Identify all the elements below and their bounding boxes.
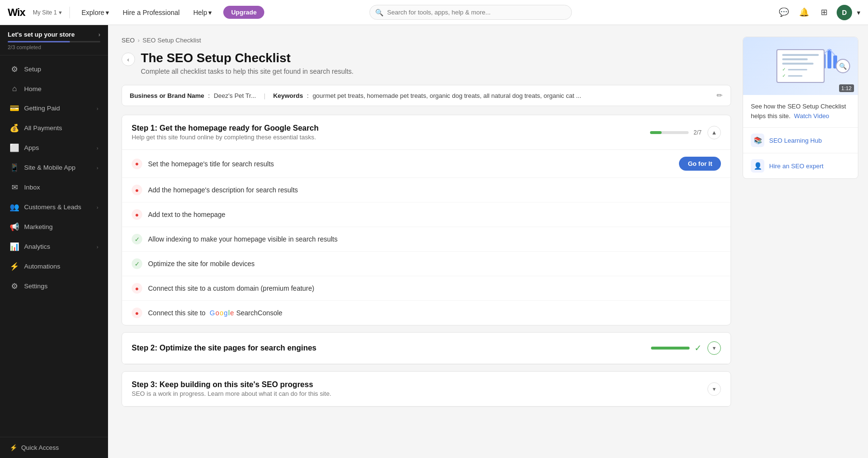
step-3-toggle-button[interactable]: ▾	[707, 382, 721, 396]
sidebar-item-setup[interactable]: ⚙ Setup	[0, 59, 108, 79]
hire-seo-expert-link[interactable]: 👤 Hire an SEO expert	[743, 153, 858, 178]
svg-rect-2	[827, 49, 831, 68]
step-1-header[interactable]: Step 1: Get the homepage ready for Googl…	[122, 115, 731, 150]
sidebar-item-inbox[interactable]: ✉ Inbox	[0, 177, 108, 197]
watch-video-link[interactable]: Watch Video	[794, 112, 829, 120]
sidebar-item-marketing[interactable]: 📢 Marketing	[0, 217, 108, 237]
notifications-icon-button[interactable]: 🔔	[796, 5, 812, 20]
explore-link[interactable]: Explore	[78, 7, 113, 18]
sidebar-item-customers-leads[interactable]: 👥 Customers & Leads	[0, 197, 108, 217]
sidebar-item-analytics[interactable]: 📊 Analytics	[0, 237, 108, 256]
breadcrumb-seo-link[interactable]: SEO	[122, 37, 135, 44]
step-1-progress-bar	[650, 131, 689, 134]
step-1-progress-fill	[650, 131, 661, 134]
step-2-progress-area: ✓	[651, 343, 702, 353]
help-chevron	[208, 9, 212, 16]
task-item: ● Connect this site to a custom domain (…	[122, 276, 731, 301]
seo-learning-hub-icon: 📚	[751, 134, 764, 147]
setup-progress-bar	[8, 41, 100, 42]
customers-leads-chevron	[96, 204, 98, 210]
step-2-progress-bar	[651, 347, 690, 350]
video-screen: ✓ ✓	[776, 49, 825, 83]
sidebar-item-label: Inbox	[24, 184, 98, 191]
upgrade-button[interactable]: Upgrade	[223, 6, 264, 19]
step-3-text: Step 3: Keep building on this site's SEO…	[132, 380, 707, 397]
sidebar-item-label: Apps	[24, 144, 92, 151]
keywords-value: gourmet pet treats, homemade pet treats,…	[312, 92, 581, 99]
step-3-title: Step 3: Keep building on this site's SEO…	[132, 380, 707, 389]
task-label: Allow indexing to make your homepage vis…	[148, 235, 721, 243]
grid-icon-button[interactable]: ⊞	[816, 5, 832, 20]
screen-checks: ✓ ✓	[782, 67, 819, 78]
keywords-label: Keywords	[273, 92, 303, 99]
topnav-icons: 💬 🔔 ⊞ D	[776, 5, 860, 20]
step-2-title: Step 2: Optimize the site pages for sear…	[132, 344, 651, 352]
step-1-toggle-button[interactable]: ▲	[707, 126, 721, 139]
customers-leads-icon: 👥	[10, 202, 19, 212]
nav-divider	[69, 7, 70, 18]
sidebar-item-all-payments[interactable]: 💰 All Payments	[0, 118, 108, 138]
user-avatar[interactable]: D	[837, 5, 852, 20]
setup-subtitle: 2/3 completed	[8, 44, 100, 50]
sidebar-item-label: Home	[24, 85, 98, 93]
screen-line	[782, 63, 814, 65]
explore-chevron	[106, 9, 109, 16]
go-for-it-button[interactable]: Go for It	[679, 157, 721, 171]
sidebar: Let's set up your store › 2/3 completed …	[0, 25, 108, 458]
avatar-dropdown-chevron	[857, 9, 860, 16]
seo-learning-hub-link[interactable]: 📚 SEO Learning Hub	[743, 127, 858, 153]
back-button[interactable]: ‹	[122, 53, 135, 66]
search-icon: 🔍	[375, 9, 383, 16]
video-duration: 1:12	[839, 84, 854, 92]
site-selector[interactable]: My Site 1 ▾	[33, 9, 62, 16]
step-2-progress-fill	[651, 347, 690, 350]
sidebar-item-site-mobile-app[interactable]: 📱 Site & Mobile App	[0, 158, 108, 177]
getting-paid-chevron	[96, 106, 98, 111]
search-overlay-icon: 🔍	[836, 59, 850, 73]
analytics-icon: 📊	[10, 242, 19, 251]
step-1-subtitle: Help get this site found online by compl…	[132, 134, 650, 141]
step-2-header[interactable]: Step 2: Optimize the site pages for sear…	[122, 333, 731, 364]
help-link[interactable]: Help	[190, 7, 216, 18]
task-label: Connect this site to a custom domain (pr…	[148, 284, 721, 292]
edit-keywords-button[interactable]: ✏	[717, 91, 723, 100]
sidebar-item-label: Analytics	[24, 243, 92, 250]
video-thumbnail[interactable]: ✓ ✓ 🔍	[743, 37, 858, 95]
task-item: ● Add text to the homepage	[122, 202, 731, 227]
hire-professional-link[interactable]: Hire a Professional	[119, 7, 183, 18]
breadcrumb: SEO › SEO Setup Checklist	[122, 37, 731, 44]
task-item: ● Add the homepage's description for sea…	[122, 178, 731, 202]
sidebar-item-settings[interactable]: ⚙ Settings	[0, 276, 108, 296]
global-search: 🔍	[369, 5, 572, 20]
all-payments-icon: 💰	[10, 123, 19, 133]
setup-progress-fill	[8, 41, 70, 42]
step-2-card: Step 2: Optimize the site pages for sear…	[122, 332, 731, 364]
setup-banner[interactable]: Let's set up your store › 2/3 completed	[0, 25, 108, 55]
step-2-toggle-button[interactable]: ▾	[707, 341, 721, 355]
messages-icon-button[interactable]: 💬	[776, 5, 791, 20]
task-item: ● Set the homepage's title for search re…	[122, 150, 731, 178]
step-3-header[interactable]: Step 3: Keep building on this site's SEO…	[122, 372, 731, 406]
right-panel-content: See how the SEO Setup Checklist helps th…	[743, 95, 858, 127]
automations-icon: ⚡	[10, 262, 19, 271]
site-dropdown-arrow: ▾	[59, 9, 62, 16]
page-title: The SEO Setup Checklist	[141, 51, 353, 66]
step-1-progress-text: 2/7	[693, 129, 702, 136]
setup-title: Let's set up your store ›	[8, 31, 100, 38]
screen-line	[782, 58, 808, 60]
apps-chevron	[96, 145, 98, 151]
sidebar-item-home[interactable]: ⌂ Home	[0, 79, 108, 98]
step-2-complete-icon: ✓	[694, 343, 702, 353]
step-2-text: Step 2: Optimize the site pages for sear…	[132, 344, 651, 352]
sidebar-item-apps[interactable]: ⬜ Apps	[0, 138, 108, 158]
sidebar-item-automations[interactable]: ⚡ Automations	[0, 256, 108, 276]
video-illustration: ✓ ✓ 🔍	[755, 43, 846, 89]
sidebar-item-getting-paid[interactable]: 💳 Getting Paid	[0, 98, 108, 118]
right-sidebar: ✓ ✓ 🔍	[743, 25, 868, 458]
search-input[interactable]	[369, 5, 572, 20]
task-item: ✓ Optimize the site for mobile devices	[122, 252, 731, 276]
task-error-icon: ●	[132, 283, 142, 294]
step-1-task-list: ● Set the homepage's title for search re…	[122, 150, 731, 325]
quick-access-button[interactable]: ⚡ Quick Access	[0, 437, 108, 458]
apps-icon: ⬜	[10, 143, 19, 152]
